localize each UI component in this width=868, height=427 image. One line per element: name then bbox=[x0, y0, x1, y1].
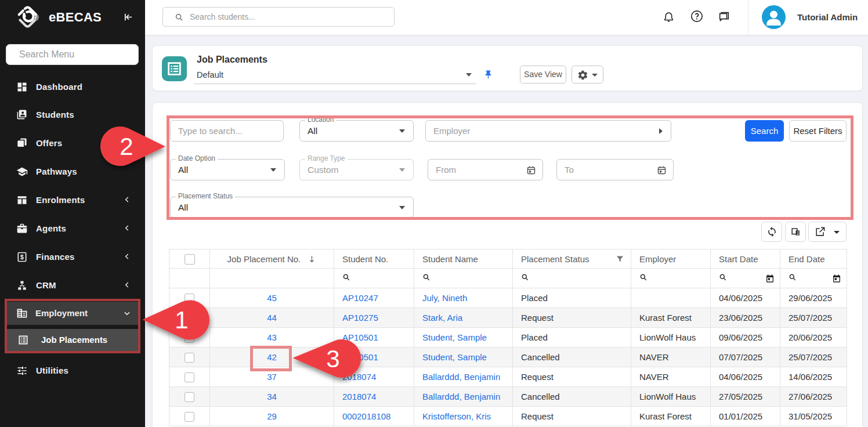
svg-text:$: $ bbox=[20, 254, 24, 260]
